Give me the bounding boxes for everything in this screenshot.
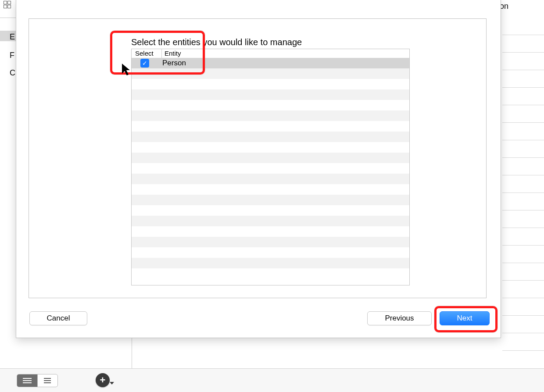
col-entity[interactable]: Entity (162, 49, 409, 58)
select-checkbox[interactable]: ✓ (140, 59, 149, 68)
list-icon (23, 378, 32, 383)
view-mode-list[interactable] (17, 374, 37, 387)
previous-button[interactable]: Previous (367, 311, 432, 325)
cancel-label: Cancel (47, 314, 70, 323)
view-mode-segment[interactable] (17, 374, 58, 387)
plus-icon: + (100, 374, 106, 386)
table-header: Select Entity (132, 49, 409, 58)
table-body: ✓ Person (132, 58, 409, 285)
bg-letter-c: C (10, 68, 15, 78)
add-menu-caret-icon (110, 382, 114, 385)
col-select[interactable]: Select (132, 49, 162, 58)
add-button[interactable]: + (96, 373, 110, 387)
prompt-text: Select the entities you would like to ma… (131, 37, 302, 47)
grid-view-icon (4, 1, 14, 8)
table-row[interactable]: ✓ Person (132, 58, 409, 68)
cancel-button[interactable]: Cancel (29, 311, 87, 325)
next-label: Next (457, 314, 472, 323)
bottom-toolbar: + (0, 368, 544, 392)
bg-right-pane (502, 18, 544, 368)
outline-icon (44, 378, 51, 383)
entity-name: Person (162, 59, 186, 68)
previous-label: Previous (385, 314, 414, 323)
bg-letter-e: E (10, 32, 15, 42)
next-button[interactable]: Next (440, 311, 490, 325)
check-icon: ✓ (142, 60, 147, 67)
bg-letter-f: F (10, 51, 14, 60)
view-mode-outline[interactable] (37, 374, 58, 387)
wizard-sheet: Select the entities you would like to ma… (16, 0, 501, 338)
content-frame: Select the entities you would like to ma… (29, 18, 487, 298)
entity-table: Select Entity ✓ Person (131, 49, 410, 285)
